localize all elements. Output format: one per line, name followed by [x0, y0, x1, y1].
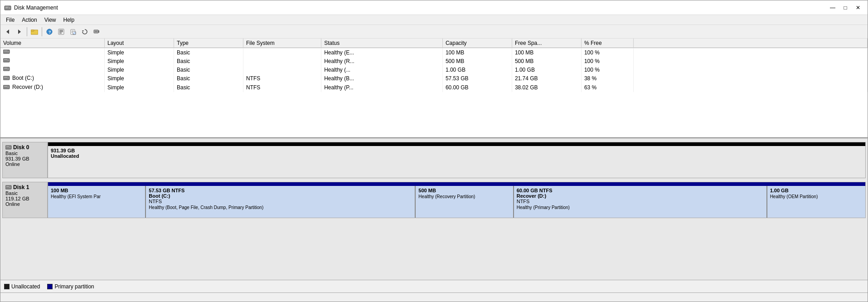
col-pct: % Free — [581, 39, 633, 48]
disk-label: Disk 1 Basic 119.12 GB Online — [2, 182, 48, 218]
disk-icon — [5, 185, 12, 190]
partition-size: 60.00 GB NTFS — [517, 188, 764, 193]
table-row[interactable]: Boot (C:)SimpleBasicNTFSHealthy (B...57.… — [0, 74, 868, 83]
properties-icon — [58, 29, 64, 35]
svg-point-1 — [9, 7, 10, 9]
menu-help[interactable]: Help — [60, 16, 78, 24]
title-bar: Disk Management — □ ✕ — [0, 0, 868, 15]
cell-type: Basic — [174, 83, 243, 92]
svg-marker-18 — [82, 30, 84, 32]
partition[interactable]: 60.00 GB NTFSRecover (D:)NTFSHealthy (Pr… — [514, 186, 767, 218]
app-icon — [4, 4, 11, 11]
menu-bar: File Action View Help — [0, 15, 868, 25]
cell-pct: 100 % — [581, 65, 633, 74]
forward-button[interactable] — [14, 26, 25, 37]
cell-status: Healthy (B... — [321, 74, 443, 83]
partition[interactable]: 931.39 GBUnallocated — [48, 146, 865, 178]
disk-status: Online — [5, 161, 44, 167]
cell-volume — [0, 57, 105, 65]
cell-type: Basic — [174, 48, 243, 57]
disk-header-bar — [48, 142, 865, 146]
table-row[interactable]: SimpleBasicHealthy (E...100 MB100 MB100 … — [0, 48, 868, 57]
help-button[interactable]: ? — [44, 26, 55, 37]
cell-pct: 38 % — [581, 74, 633, 83]
disk-type: Basic — [5, 151, 44, 156]
properties-button[interactable] — [56, 26, 67, 37]
partition-fs: NTFS — [149, 199, 412, 204]
col-layout: Layout — [105, 39, 174, 48]
help-icon: ? — [46, 29, 53, 35]
cell-status: Healthy (E... — [321, 48, 443, 57]
close-button[interactable]: ✕ — [852, 3, 864, 13]
legend-unallocated: Unallocated — [4, 283, 40, 290]
cell-capacity: 1.00 GB — [442, 65, 512, 74]
partition[interactable]: 500 MBHealthy (Recovery Partition) — [416, 186, 514, 218]
rescan-icon — [93, 29, 100, 35]
refresh-button[interactable] — [79, 26, 90, 37]
cell-layout: Simple — [105, 65, 174, 74]
cell-layout: Simple — [105, 57, 174, 65]
table-row[interactable]: SimpleBasicHealthy (...1.00 GB1.00 GB100… — [0, 65, 868, 74]
cell-capacity: 60.00 GB — [442, 83, 512, 92]
volume-icon — [3, 84, 10, 90]
table-row[interactable]: Recover (D:)SimpleBasicNTFSHealthy (P...… — [0, 83, 868, 92]
legend-unallocated-label: Unallocated — [11, 283, 40, 290]
svg-marker-4 — [6, 29, 9, 34]
svg-rect-2 — [5, 7, 9, 7]
table-row[interactable]: SimpleBasicHealthy (R...500 MB500 MB100 … — [0, 57, 868, 65]
content-area: Volume Layout Type File System Status Ca… — [0, 39, 868, 302]
cell-fs — [243, 57, 321, 65]
legend-unallocated-box — [4, 284, 10, 289]
cell-status: Healthy (P... — [321, 83, 443, 92]
partition-status: Healthy (EFI System Par — [51, 194, 142, 199]
disk-content: 100 MBHealthy (EFI System Par57.53 GB NT… — [48, 186, 865, 218]
svg-rect-20 — [95, 31, 97, 32]
menu-view[interactable]: View — [41, 16, 60, 24]
col-extra — [633, 39, 867, 48]
cell-type: Basic — [174, 74, 243, 83]
svg-rect-7 — [31, 30, 34, 31]
cell-type: Basic — [174, 57, 243, 65]
back-button[interactable] — [2, 26, 13, 37]
disk-header-bar — [48, 182, 865, 186]
partition-size: 500 MB — [418, 188, 510, 193]
cell-layout: Simple — [105, 83, 174, 92]
col-free: Free Spa... — [512, 39, 581, 48]
svg-point-32 — [8, 78, 9, 78]
export-button[interactable] — [68, 26, 78, 37]
cell-free: 1.00 GB — [512, 65, 581, 74]
svg-rect-27 — [4, 59, 7, 60]
cell-fs: NTFS — [243, 83, 321, 92]
cell-layout: Simple — [105, 74, 174, 83]
col-capacity: Capacity — [442, 39, 512, 48]
svg-rect-42 — [6, 186, 9, 187]
folder-button[interactable] — [29, 26, 40, 37]
menu-file[interactable]: File — [2, 16, 18, 24]
folder-icon — [31, 29, 38, 35]
partition-size: 57.53 GB NTFS — [149, 188, 412, 193]
svg-text:?: ? — [48, 30, 51, 34]
partition[interactable]: 1.00 GBHealthy (OEM Partition) — [767, 186, 865, 218]
disk-size: 931.39 GB — [5, 156, 44, 161]
menu-action[interactable]: Action — [18, 16, 40, 24]
maximize-button[interactable]: □ — [839, 3, 851, 13]
disk-label: Disk 0 Basic 931.39 GB Online — [2, 142, 48, 178]
cell-free: 500 MB — [512, 57, 581, 65]
partition-label: Recover (D:) — [517, 193, 764, 199]
partition[interactable]: 100 MBHealthy (EFI System Par — [48, 186, 146, 218]
partition-fs: NTFS — [517, 199, 764, 204]
cell-type: Basic — [174, 65, 243, 74]
cell-fs — [243, 48, 321, 57]
rescan-button[interactable] — [91, 26, 102, 37]
minimize-button[interactable]: — — [827, 3, 839, 13]
partition[interactable]: 57.53 GB NTFSBoot (C:)NTFSHealthy (Boot,… — [146, 186, 416, 218]
col-volume: Volume — [0, 39, 105, 48]
svg-rect-39 — [6, 146, 9, 147]
cell-extra — [633, 74, 867, 83]
partition-label: Unallocated — [51, 153, 863, 159]
disk-name: Disk 1 — [5, 184, 44, 190]
svg-rect-12 — [59, 31, 63, 32]
svg-rect-13 — [59, 33, 62, 34]
volume-table: Volume Layout Type File System Status Ca… — [0, 39, 868, 138]
refresh-icon — [82, 29, 88, 35]
